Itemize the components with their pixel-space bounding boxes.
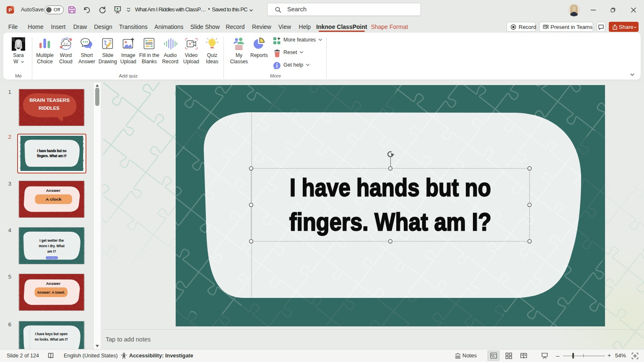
svg-text:Answer: Answer [46,189,61,193]
svg-text:A clock: A clock [46,197,62,202]
svg-text:fingers. What am I?: fingers. What am I? [289,208,491,236]
svg-text:P: P [9,8,12,13]
svg-text:am I?: am I? [47,250,56,253]
svg-text:fingers. What am I?: fingers. What am I? [37,154,66,158]
svg-text:I have keys but open: I have keys but open [35,332,68,336]
svg-text:I have hands but no: I have hands but no [37,149,67,153]
svg-text:I get wetter the: I get wetter the [39,239,64,243]
svg-text:no locks. What am I?: no locks. What am I? [35,338,68,341]
svg-text:more I dry. What: more I dry. What [39,244,65,248]
svg-text:BRAIN TEASERS: BRAIN TEASERS [29,98,70,103]
svg-text:Answer: Answer [46,282,61,286]
svg-text:✎ Short Answer: ✎ Short Answer [47,257,57,259]
svg-text:Answer: A towel.: Answer: A towel. [37,290,65,295]
svg-text:I have hands but no: I have hands but no [290,173,491,202]
svg-text:RIDDLES: RIDDLES [39,106,60,111]
